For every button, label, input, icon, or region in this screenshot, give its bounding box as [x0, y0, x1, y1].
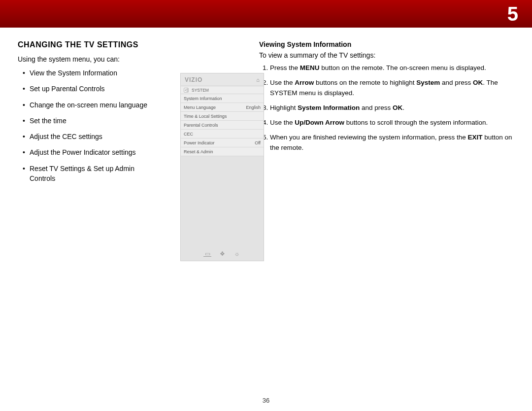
osd-row: System Information: [181, 94, 264, 103]
osd-menu: VIZIO ⌂ ◁ SYSTEM System Information Menu…: [180, 73, 264, 261]
osd-footer-icons: ▭ ❖ ☼: [181, 251, 264, 257]
subsection-heading: Viewing System Information: [259, 40, 514, 48]
osd-row: Menu LanguageEnglish: [181, 103, 264, 112]
back-arrow-icon: ◁: [184, 88, 189, 93]
osd-row: Reset & Admin: [181, 147, 264, 156]
list-item: Adjust the CEC settings: [30, 132, 153, 141]
osd-row: Parental Controls: [181, 121, 264, 130]
osd-row: Power IndicatorOff: [181, 138, 264, 147]
steps-list: Press the MENU button on the remote. The…: [259, 63, 514, 153]
list-item: Reset TV Settings & Set up Admin Control…: [30, 164, 153, 184]
home-icon: ⌂: [256, 77, 260, 83]
list-item: Set up Parental Controls: [30, 84, 153, 94]
step-item: Highlight System Information and press O…: [270, 103, 514, 113]
list-item: View the System Information: [30, 68, 153, 78]
list-item: Change the on-screen menu language: [30, 100, 153, 110]
wide-icon: ▭: [203, 251, 211, 257]
step-item: When you are finished reviewing the syst…: [270, 133, 514, 153]
intro-text: To view a summary of the TV settings:: [259, 51, 514, 59]
chapter-banner: 5: [0, 0, 532, 28]
osd-breadcrumb: ◁ SYSTEM: [181, 86, 264, 94]
step-item: Use the Arrow buttons on the remote to h…: [270, 78, 514, 98]
osd-row: Time & Local Settings: [181, 112, 264, 121]
section-heading: CHANGING THE TV SETTINGS: [18, 40, 244, 49]
list-item: Set the time: [30, 116, 153, 126]
osd-row: CEC: [181, 130, 264, 138]
gear-icon: ☼: [233, 251, 241, 257]
step-item: Use the Up/Down Arrow buttons to scroll …: [270, 118, 514, 128]
step-item: Press the MENU button on the remote. The…: [270, 63, 514, 73]
v-icon: ❖: [218, 251, 226, 257]
osd-logo: VIZIO: [185, 76, 202, 83]
osd-title: SYSTEM: [192, 88, 209, 93]
intro-text: Using the system menu, you can:: [18, 55, 244, 63]
chapter-number: 5: [507, 3, 518, 25]
page-number: 36: [0, 397, 532, 404]
list-item: Adjust the Power Indicator settings: [30, 147, 153, 157]
